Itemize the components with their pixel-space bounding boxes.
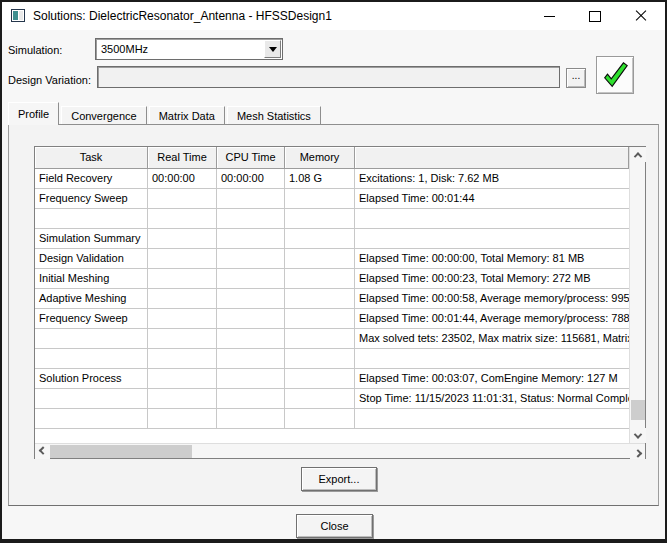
table-row[interactable]: Stop Time: 11/15/2023 11:01:31, Status: …: [35, 389, 629, 409]
export-button[interactable]: Export...: [301, 467, 377, 491]
cell-memory: [285, 309, 355, 329]
cell-real-time: [148, 289, 217, 309]
cell-cpu-time: [217, 389, 285, 409]
horizontal-scroll-thumb[interactable]: [50, 445, 192, 458]
chevron-up-icon: [634, 152, 642, 160]
vertical-scrollbar[interactable]: [629, 147, 645, 443]
cell-task: [35, 209, 148, 229]
cell-real-time: [148, 249, 217, 269]
cell-memory: [285, 269, 355, 289]
cell-task: [35, 409, 148, 429]
window-title: Solutions: DielectricResonator_Antenna -…: [33, 9, 332, 23]
cell-real-time: [148, 269, 217, 289]
cell-info: Elapsed Time: 00:00:23, Total Memory: 27…: [355, 269, 629, 289]
cell-task: [35, 329, 148, 349]
cell-memory: [285, 409, 355, 429]
cell-cpu-time: [217, 209, 285, 229]
cell-task: Frequency Sweep: [35, 189, 148, 209]
cell-real-time: [148, 229, 217, 249]
profile-tab-page: Task Real Time CPU Time Memory Field Rec…: [8, 124, 659, 506]
table-row[interactable]: [35, 409, 629, 429]
tab-strip: Profile Convergence Matrix Data Mesh Sta…: [8, 102, 323, 125]
table-row[interactable]: Initial Meshing Elapsed Time: 00:00:23, …: [35, 269, 629, 289]
dropdown-arrow-button[interactable]: [264, 40, 281, 58]
table-row[interactable]: Simulation Summary: [35, 229, 629, 249]
tab-profile[interactable]: Profile: [8, 102, 59, 125]
close-button[interactable]: Close: [296, 514, 373, 538]
horizontal-scrollbar[interactable]: [35, 443, 645, 458]
table-row[interactable]: Solution Process Elapsed Time: 00:03:07,…: [35, 369, 629, 389]
cell-info: Excitations: 1, Disk: 7.62 MB: [355, 169, 629, 189]
scroll-up-button[interactable]: [630, 147, 646, 162]
browse-button[interactable]: ...: [566, 68, 586, 88]
cell-memory: [285, 369, 355, 389]
cell-info: Elapsed Time: 00:01:44, Average memory/p…: [355, 309, 629, 329]
apply-check-button[interactable]: [596, 56, 634, 94]
scroll-left-button[interactable]: [35, 444, 50, 459]
cell-cpu-time: [217, 189, 285, 209]
cell-real-time: [148, 349, 217, 369]
maximize-icon: [589, 11, 601, 22]
header-real-time[interactable]: Real Time: [148, 147, 217, 169]
design-variation-label: Design Variation:: [8, 74, 91, 86]
table-row[interactable]: Field Recovery 00:00:00 00:00:00 1.08 G …: [35, 169, 629, 189]
vertical-scroll-thumb[interactable]: [631, 400, 645, 420]
tab-mesh-statistics[interactable]: Mesh Statistics: [227, 106, 321, 125]
design-variation-field[interactable]: [97, 66, 560, 88]
cell-cpu-time: 00:00:00: [217, 169, 285, 189]
cell-memory: [285, 349, 355, 369]
cell-task: Simulation Summary: [35, 229, 148, 249]
scroll-down-button[interactable]: [630, 428, 646, 443]
minimize-icon: [544, 16, 555, 17]
cell-real-time: 00:00:00: [148, 169, 217, 189]
cell-memory: [285, 189, 355, 209]
cell-real-time: [148, 209, 217, 229]
cell-real-time: [148, 329, 217, 349]
scroll-right-button[interactable]: [630, 444, 645, 459]
header-memory[interactable]: Memory: [285, 147, 355, 169]
close-window-button[interactable]: [625, 2, 657, 30]
cell-memory: [285, 229, 355, 249]
cell-memory: [285, 289, 355, 309]
minimize-button[interactable]: [533, 2, 565, 30]
simulation-value: 3500MHz: [101, 43, 148, 55]
cell-task: Frequency Sweep: [35, 309, 148, 329]
profile-table: Task Real Time CPU Time Memory Field Rec…: [34, 146, 646, 459]
cell-info: [355, 229, 629, 249]
tab-convergence[interactable]: Convergence: [61, 106, 146, 125]
cell-info: Stop Time: 11/15/2023 11:01:31, Status: …: [355, 389, 629, 409]
cell-cpu-time: [217, 409, 285, 429]
cell-memory: [285, 249, 355, 269]
table-header-row: Task Real Time CPU Time Memory: [35, 147, 629, 169]
maximize-button[interactable]: [579, 2, 611, 30]
cell-task: Field Recovery: [35, 169, 148, 189]
cell-cpu-time: [217, 289, 285, 309]
cell-cpu-time: [217, 329, 285, 349]
cell-real-time: [148, 409, 217, 429]
table-row[interactable]: Max solved tets: 23502, Max matrix size:…: [35, 329, 629, 349]
cell-task: Adaptive Meshing: [35, 289, 148, 309]
cell-info: Elapsed Time: 00:00:58, Average memory/p…: [355, 289, 629, 309]
cell-info: [355, 409, 629, 429]
cell-cpu-time: [217, 349, 285, 369]
header-cpu-time[interactable]: CPU Time: [217, 147, 285, 169]
table-row[interactable]: Frequency Sweep Elapsed Time: 00:01:44, …: [35, 309, 629, 329]
header-task[interactable]: Task: [35, 147, 148, 169]
tab-matrix-data[interactable]: Matrix Data: [149, 106, 225, 125]
table-row[interactable]: [35, 349, 629, 369]
table-row[interactable]: Adaptive Meshing Elapsed Time: 00:00:58,…: [35, 289, 629, 309]
cell-real-time: [148, 369, 217, 389]
chevron-down-icon: [269, 47, 277, 52]
table-row[interactable]: Frequency Sweep Elapsed Time: 00:01:44: [35, 189, 629, 209]
cell-task: Initial Meshing: [35, 269, 148, 289]
simulation-dropdown[interactable]: 3500MHz: [95, 38, 283, 60]
table-row[interactable]: [35, 209, 629, 229]
app-icon: [11, 9, 25, 22]
header-info[interactable]: [355, 147, 629, 169]
chevron-right-icon: [633, 449, 641, 457]
cell-real-time: [148, 309, 217, 329]
table-row[interactable]: Design Validation Elapsed Time: 00:00:00…: [35, 249, 629, 269]
cell-cpu-time: [217, 269, 285, 289]
cell-memory: [285, 389, 355, 409]
cell-info: [355, 349, 629, 369]
